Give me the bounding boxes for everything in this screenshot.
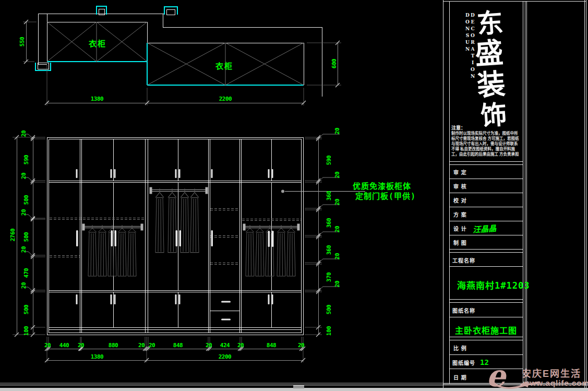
- elev-dim-total: 1380: [91, 353, 104, 360]
- field-designer: 设 计: [453, 224, 467, 232]
- company-name-english: DONSUN DECORATION: [465, 13, 475, 104]
- watermark-logo-letter: e: [486, 358, 506, 391]
- elev-dim: 100: [326, 326, 332, 336]
- watermark-site-name: 安庆E网生活: [522, 366, 581, 380]
- field-approved: 审 定: [453, 168, 467, 176]
- elev-dim: 20: [20, 173, 27, 179]
- designer-signature: 汪晶晶: [472, 222, 496, 234]
- cad-canvas: 衣柜 衣柜 550 600 1380 2200 2760 20 590 20 5…: [0, 0, 588, 391]
- elev-dim: 20: [298, 342, 304, 349]
- project-name: 海燕南村1#1203: [457, 278, 530, 291]
- logo-char-4: 饰: [479, 93, 508, 132]
- drawer-handle: [221, 319, 231, 321]
- elev-dim: 20: [149, 342, 155, 349]
- field-proofread: 校 对: [453, 196, 467, 204]
- hanging-clothes: [88, 188, 295, 276]
- note-paragraph: 制作时以现场实际尺寸为准，图纸中所标尺寸需现场复核合 方可施工，若图纸与现场尺寸…: [451, 131, 521, 157]
- elev-dim: 424: [220, 342, 230, 349]
- plan-wardrobe2-label: 衣柜: [215, 60, 233, 71]
- elev-dim: 20: [20, 131, 27, 137]
- field-date: 日 期: [453, 373, 467, 381]
- elev-dim: 20: [20, 246, 27, 253]
- elev-dim: 20: [44, 342, 51, 349]
- elev-dim: 20: [20, 282, 27, 289]
- elev-dim: 20: [334, 199, 341, 205]
- elev-dim: 470: [23, 268, 30, 278]
- plan-dim-600: 600: [331, 59, 338, 68]
- elev-dim: 880: [109, 342, 118, 349]
- elev-dim: 20: [334, 253, 341, 259]
- elev-dim: 20: [237, 342, 244, 349]
- wall-accent-lines: [35, 6, 304, 85]
- plan-dim-1380: 1380: [91, 96, 104, 102]
- plan-wardrobe1-label: 衣柜: [89, 38, 106, 49]
- note-title: 注意：: [451, 124, 465, 131]
- plan-dim-2200: 2200: [219, 96, 232, 102]
- elev-dim: 848: [267, 342, 276, 349]
- elev-dim: 590: [23, 155, 30, 164]
- elev-dim: 370: [326, 272, 332, 282]
- elev-dim: 360: [326, 245, 332, 255]
- plan-view: [35, 6, 322, 97]
- watermark-site-url: www.aqlife.com: [523, 378, 588, 387]
- elev-dim-total-left: 2760: [9, 229, 16, 242]
- elev-dim: 500: [23, 305, 30, 314]
- plan-dim-550: 550: [19, 37, 26, 46]
- elev-dim: 20: [138, 342, 145, 349]
- drawer-handle: [221, 301, 231, 303]
- field-scale: 比 例: [453, 344, 467, 352]
- elev-dim: 360: [326, 191, 332, 200]
- elev-dim: 20: [334, 281, 341, 287]
- material-annotation-line2: 定制门板(甲供): [355, 190, 416, 201]
- elev-dim-total: 2200: [219, 353, 232, 360]
- elev-dim: 440: [59, 342, 69, 349]
- elev-dim: 500: [326, 305, 332, 314]
- field-project: 工程名称: [452, 256, 475, 264]
- field-drawing: 图纸名称: [452, 306, 475, 314]
- field-number: 图纸编号: [452, 359, 475, 366]
- field-reviewed: 审 核: [453, 182, 467, 190]
- extension-lines: [13, 22, 341, 362]
- elev-dim: 20: [334, 128, 341, 134]
- elev-dim: 848: [173, 342, 183, 349]
- elev-dim: 20: [206, 342, 212, 349]
- elev-dim: 100: [23, 326, 30, 336]
- elev-dim: 20: [20, 209, 27, 216]
- drawing-name: 主卧衣柜施工图: [455, 324, 517, 336]
- wardrobe-x-marks: [47, 22, 304, 85]
- elev-dim: 20: [334, 172, 341, 178]
- field-scheme: 方 案: [453, 210, 467, 218]
- elev-dim: 590: [326, 156, 332, 165]
- elev-dim: 20: [334, 226, 341, 232]
- material-annotation-line1: 优质免漆板柜体: [353, 180, 411, 191]
- elev-dim: 360: [326, 218, 332, 228]
- scrollbar-thumb[interactable]: [293, 385, 304, 388]
- elev-dim: 500: [23, 232, 30, 242]
- note-line: 方负责承担: [499, 152, 519, 157]
- elev-dim: 500: [23, 195, 30, 205]
- elev-dim: 20: [78, 342, 84, 349]
- field-drafter: 制 图: [453, 239, 467, 246]
